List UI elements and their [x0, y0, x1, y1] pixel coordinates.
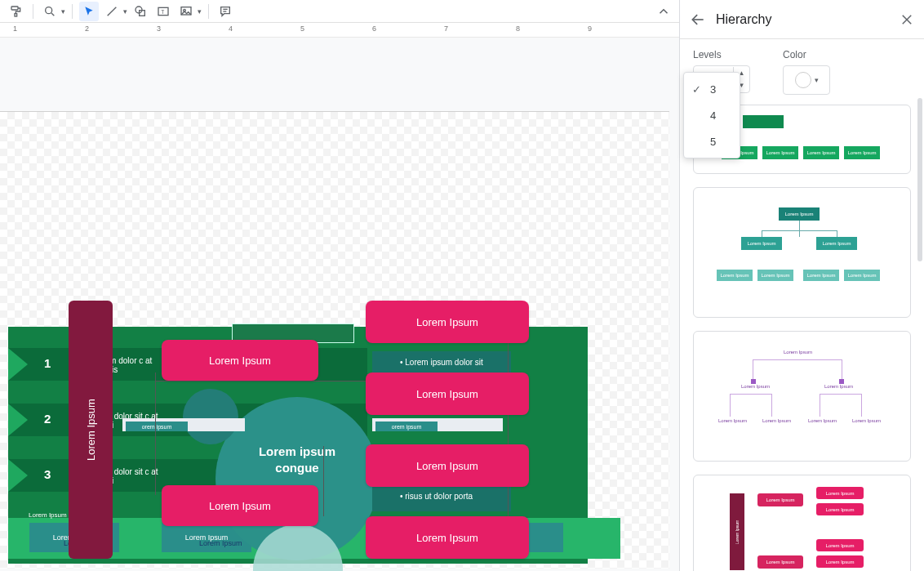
hierarchy-node[interactable]: Lorem Ipsum	[162, 340, 318, 381]
textbox-tool-button[interactable]: T	[153, 2, 173, 21]
chevron-up-icon	[656, 4, 671, 19]
triangle-decoration	[8, 348, 28, 381]
connector-line	[508, 333, 509, 521]
comment-button[interactable]	[215, 2, 235, 21]
paint-format-button[interactable]	[7, 2, 26, 21]
hierarchy-panel: Hierarchy Levels 3 ▲ ▼ ✓3 4 5 Color	[679, 0, 924, 571]
hierarchy-node-label: Lorem Ipsum	[209, 355, 271, 367]
close-icon	[900, 12, 914, 27]
back-button[interactable]	[690, 11, 706, 28]
hierarchy-node[interactable]: Lorem Ipsum	[366, 301, 529, 343]
arrow-left-icon	[690, 11, 706, 28]
canvas-area[interactable]: 1 2 3 osum dolor c at adipis sum dolor s…	[0, 38, 679, 571]
thumb-node: Lorem Ipsum	[816, 237, 857, 250]
svg-text:T: T	[161, 8, 164, 14]
tiny-box[interactable]: orem ipsum	[375, 422, 438, 431]
textbox-icon: T	[157, 5, 170, 18]
svg-rect-0	[11, 7, 18, 10]
svg-line-3	[51, 13, 54, 16]
color-control: Color ▾	[783, 49, 830, 95]
hierarchy-node-label: Lorem Ipsum	[209, 500, 271, 512]
hierarchy-node-label: Lorem Ipsum	[416, 316, 478, 328]
svg-point-2	[46, 7, 52, 13]
sub-label: Lorem Ipsum	[29, 511, 67, 519]
levels-control: Levels 3 ▲ ▼ ✓3 4 5	[693, 49, 750, 95]
option-label: 5	[710, 136, 716, 148]
thumb-node: Lorem Ipsum	[741, 237, 782, 250]
tiny-box-label: orem ipsum	[142, 424, 172, 430]
panel-title: Hierarchy	[716, 12, 890, 27]
hierarchy-node[interactable]: Lorem Ipsum	[366, 372, 529, 415]
tiny-box-label: orem ipsum	[392, 424, 422, 430]
thumb-node: Lorem Ipsum	[757, 270, 793, 281]
comment-icon	[219, 5, 232, 18]
line-dropdown-caret[interactable]: ▾	[123, 7, 127, 16]
center-title-line1[interactable]: Lorem ipsum	[248, 444, 346, 458]
connector-line	[155, 381, 367, 381]
thumb-node: Lorem Ipsum	[779, 207, 820, 221]
bullet-text[interactable]: • risus ut dolor porta	[400, 492, 473, 501]
triangle-decoration	[8, 404, 28, 436]
shape-icon	[134, 5, 147, 18]
connector	[820, 394, 862, 417]
zoom-button[interactable]	[40, 2, 60, 21]
thumb-node: Lorem Ipsum	[816, 555, 864, 568]
shape-tool-button[interactable]	[131, 2, 150, 21]
color-picker-button[interactable]: ▾	[783, 65, 830, 95]
image-tool-button[interactable]	[176, 2, 196, 21]
hierarchy-root-vertical[interactable]: Lorem Ipsum	[69, 301, 113, 559]
bullet-text[interactable]: • Lorem ipsum dolor sit	[400, 358, 483, 367]
ruler-tick: 3	[157, 25, 161, 33]
tiny-box[interactable]: orem ipsum	[126, 422, 188, 431]
levels-option-5[interactable]: 5	[684, 128, 740, 154]
center-title-line2[interactable]: congue	[248, 461, 346, 475]
thumb-node: Lorem Ipsum	[816, 503, 864, 515]
connector-line	[155, 372, 156, 495]
triangle-decoration	[8, 459, 28, 492]
panel-scrollbar[interactable]	[917, 98, 922, 261]
thumb-node: Lorem Ipsum	[803, 270, 839, 281]
image-dropdown-caret[interactable]: ▾	[198, 7, 202, 16]
arrow-marker	[751, 379, 756, 384]
ruler-tick: 2	[85, 25, 89, 33]
row-number: 1	[44, 356, 51, 370]
ruler-tick: 5	[300, 25, 304, 33]
thumb-node: Lorem Ipsum	[717, 270, 753, 281]
hierarchy-node[interactable]: Lorem Ipsum	[366, 516, 529, 559]
template-thumb-2[interactable]: Lorem Ipsum Lorem Ipsum Lorem Ipsum Lore…	[693, 187, 911, 318]
thumb-vertical-node: Lorem Ipsum	[730, 493, 744, 570]
levels-option-3[interactable]: ✓3	[684, 76, 740, 102]
thumb-label: Lorem Ipsum	[808, 418, 837, 423]
thumb-node: Lorem Ipsum	[762, 146, 798, 159]
connector-line	[323, 446, 324, 516]
hierarchy-node[interactable]: Lorem Ipsum	[162, 485, 318, 526]
line-tool-button[interactable]	[102, 2, 122, 21]
thumb-label: Lorem Ipsum	[741, 384, 770, 389]
template-thumbnails[interactable]: Lorem Ipsum Lorem Ipsum Lorem Ipsum Lore…	[680, 98, 924, 571]
zoom-dropdown-caret[interactable]: ▾	[61, 7, 65, 16]
thumb-node	[743, 115, 784, 128]
toolbar-separator	[72, 4, 73, 19]
hierarchy-root-label: Lorem Ipsum	[85, 399, 97, 461]
option-label: 3	[710, 83, 716, 96]
hierarchy-node[interactable]: Lorem Ipsum	[366, 444, 529, 487]
thumb-node: Lorem Ipsum	[803, 146, 839, 159]
thumb-label: Lorem Ipsum	[824, 384, 853, 389]
close-button[interactable]	[900, 12, 914, 27]
row-number: 3	[44, 467, 51, 481]
toolbar-separator	[33, 4, 33, 19]
template-thumb-3[interactable]: Lorem Ipsum Lorem Ipsum Lorem Ipsum Lore…	[693, 331, 911, 462]
chevron-down-icon: ▾	[815, 76, 819, 84]
thumb-label: Lorem Ipsum	[852, 418, 881, 423]
collapse-toolbar-button[interactable]	[656, 4, 671, 19]
template-thumb-4[interactable]: Lorem Ipsum Lorem Ipsum Lorem Ipsum Lore…	[693, 475, 911, 571]
levels-option-4[interactable]: 4	[684, 102, 740, 128]
side-circle[interactable]	[183, 389, 238, 444]
color-label: Color	[783, 49, 830, 60]
connector	[730, 394, 772, 417]
cursor-icon	[83, 6, 95, 17]
ruler-tick: 6	[372, 25, 376, 33]
thumb-node: Lorem Ipsum	[757, 493, 803, 506]
select-tool-button[interactable]	[79, 2, 99, 21]
thumb-node: Lorem Ipsum	[844, 270, 880, 281]
